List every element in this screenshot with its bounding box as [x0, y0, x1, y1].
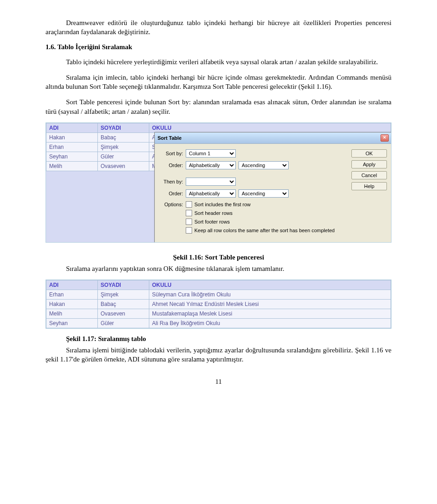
ok-button[interactable]: OK [351, 149, 387, 158]
table-row: ErhanŞimşekSüleyman Cura İlköğretim Okul… [46, 290, 391, 300]
opt3-text: Sort footer rows [194, 219, 230, 224]
paragraph-desc3: Sort Table penceresi içinde bulunan Sort… [46, 97, 391, 116]
th-soyadi: SOYADI [98, 123, 149, 132]
paragraph-intro: Dreamweaver editörü ile oluşturduğunuz t… [46, 18, 391, 37]
opt4-checkbox[interactable] [186, 227, 192, 234]
order2-type-select[interactable]: Alphabetically [186, 189, 236, 198]
th-adi: ADI [46, 123, 98, 132]
th-adi: ADI [46, 280, 98, 290]
section-heading: 1.6. Tablo İçeriğini Sıralamak [46, 43, 391, 51]
apply-button[interactable]: Apply [351, 160, 387, 168]
order2-dir-select[interactable]: Ascending [239, 189, 289, 198]
opt2-text: Sort header rows [194, 210, 233, 216]
dialog-titlebar: Sort Table ✕ [155, 132, 391, 144]
close-icon[interactable]: ✕ [381, 134, 389, 142]
thenby-label: Then by: [159, 179, 183, 184]
order-type-select[interactable]: Alphabetically [186, 161, 236, 169]
cancel-button[interactable]: Cancel [351, 171, 387, 179]
sort-table-dialog: Sort Table ✕ Sort by: Column 1 Order: Al… [154, 132, 391, 243]
sortby-select[interactable]: Column 1 [186, 149, 236, 158]
opt1-text: Sort includes the first row [194, 202, 251, 207]
order-label: Order: [159, 163, 183, 168]
paragraph-desc2: Sıralama için imlecin, tablo içindeki he… [46, 73, 391, 92]
figure-caption-2: Şekil 1.17: Sıralanmış tablo [66, 335, 391, 343]
paragraph-after-fig2: Sıralama işlemi bittiğinde tablodaki ver… [46, 346, 391, 364]
opt2-checkbox[interactable] [186, 210, 192, 216]
table-header-row: ADI SOYADI OKULU [46, 280, 391, 290]
page-number: 11 [46, 378, 391, 386]
thenby-select[interactable] [186, 178, 236, 186]
th-okulu: OKULU [149, 123, 391, 132]
order-dir-select[interactable]: Ascending [239, 161, 289, 169]
options-label: Options: [159, 202, 183, 207]
order2-label: Order: [159, 191, 183, 196]
table-header-row: ADI SOYADI OKULU [46, 123, 391, 132]
th-okulu: OKULU [149, 280, 391, 290]
table-row: SeyhanGülerAli Rıa Bey İlköğretim Okulu [46, 319, 391, 328]
data-table-sorted: ADI SOYADI OKULU ErhanŞimşekSüleyman Cur… [46, 280, 391, 328]
help-button[interactable]: Help [351, 182, 387, 190]
paragraph-desc1: Tablo içindeki hücrelere yerleştirdiğimi… [46, 57, 391, 66]
figure-caption-1: Şekil 1.16: Sort Table penceresi [46, 254, 391, 261]
screenshot-sort-table: ADI SOYADI OKULU HakanBabaçAh ErhanŞimşe… [46, 122, 391, 243]
table-row: HakanBabaçAhmet Necati Yılmaz Endüstri M… [46, 300, 391, 309]
th-soyadi: SOYADI [98, 280, 149, 290]
dialog-title-text: Sort Table [158, 135, 182, 141]
opt4-text: Keep all row colors the same after the s… [194, 228, 335, 233]
opt3-checkbox[interactable] [186, 219, 192, 225]
table-row: MelihOvasevenMustafakemaplaşa Meslek Lis… [46, 309, 391, 319]
screenshot-sorted-table: ADI SOYADI OKULU ErhanŞimşekSüleyman Cur… [46, 280, 391, 329]
sortby-label: Sort by: [159, 151, 183, 156]
paragraph-after-fig1: Sıralama ayarlarını yaptıktan sonra OK d… [46, 264, 391, 273]
opt1-checkbox[interactable] [186, 201, 192, 208]
